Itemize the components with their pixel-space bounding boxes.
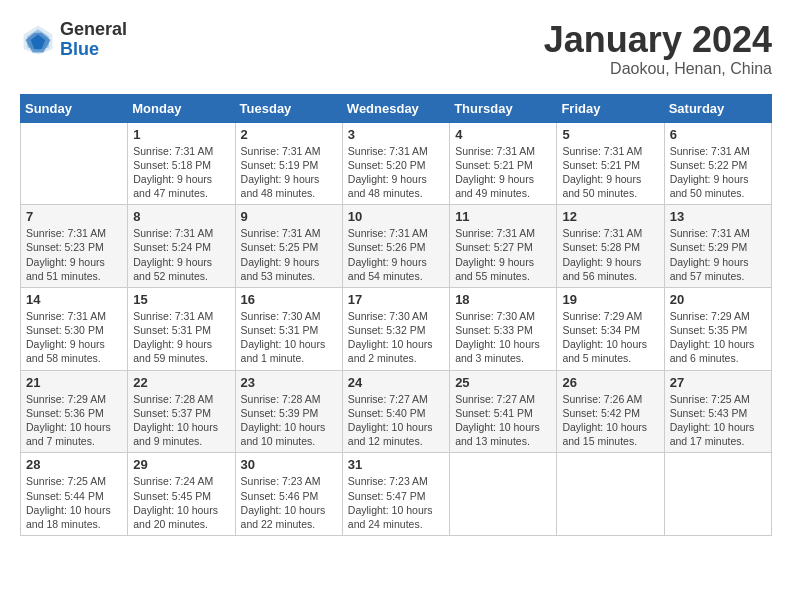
calendar-cell: 20Sunrise: 7:29 AMSunset: 5:35 PMDayligh… [664, 287, 771, 370]
day-info: Sunrise: 7:30 AMSunset: 5:32 PMDaylight:… [348, 309, 444, 366]
calendar-cell: 10Sunrise: 7:31 AMSunset: 5:26 PMDayligh… [342, 205, 449, 288]
calendar-week-row: 7Sunrise: 7:31 AMSunset: 5:23 PMDaylight… [21, 205, 772, 288]
calendar-cell: 2Sunrise: 7:31 AMSunset: 5:19 PMDaylight… [235, 122, 342, 205]
day-number: 12 [562, 209, 658, 224]
day-info: Sunrise: 7:23 AMSunset: 5:47 PMDaylight:… [348, 474, 444, 531]
calendar-week-row: 28Sunrise: 7:25 AMSunset: 5:44 PMDayligh… [21, 453, 772, 536]
calendar-cell [664, 453, 771, 536]
day-info: Sunrise: 7:28 AMSunset: 5:37 PMDaylight:… [133, 392, 229, 449]
location: Daokou, Henan, China [544, 60, 772, 78]
calendar-cell: 14Sunrise: 7:31 AMSunset: 5:30 PMDayligh… [21, 287, 128, 370]
weekday-header: Saturday [664, 94, 771, 122]
calendar-week-row: 14Sunrise: 7:31 AMSunset: 5:30 PMDayligh… [21, 287, 772, 370]
day-number: 11 [455, 209, 551, 224]
weekday-header: Monday [128, 94, 235, 122]
calendar-week-row: 21Sunrise: 7:29 AMSunset: 5:36 PMDayligh… [21, 370, 772, 453]
weekday-header: Friday [557, 94, 664, 122]
calendar-cell: 16Sunrise: 7:30 AMSunset: 5:31 PMDayligh… [235, 287, 342, 370]
weekday-header: Thursday [450, 94, 557, 122]
day-info: Sunrise: 7:31 AMSunset: 5:23 PMDaylight:… [26, 226, 122, 283]
calendar-table: SundayMondayTuesdayWednesdayThursdayFrid… [20, 94, 772, 536]
day-info: Sunrise: 7:31 AMSunset: 5:30 PMDaylight:… [26, 309, 122, 366]
calendar-cell: 17Sunrise: 7:30 AMSunset: 5:32 PMDayligh… [342, 287, 449, 370]
day-number: 6 [670, 127, 766, 142]
calendar-cell: 26Sunrise: 7:26 AMSunset: 5:42 PMDayligh… [557, 370, 664, 453]
day-info: Sunrise: 7:31 AMSunset: 5:24 PMDaylight:… [133, 226, 229, 283]
day-info: Sunrise: 7:31 AMSunset: 5:25 PMDaylight:… [241, 226, 337, 283]
logo-general: General [60, 20, 127, 40]
calendar-cell: 28Sunrise: 7:25 AMSunset: 5:44 PMDayligh… [21, 453, 128, 536]
day-info: Sunrise: 7:31 AMSunset: 5:27 PMDaylight:… [455, 226, 551, 283]
day-number: 28 [26, 457, 122, 472]
day-info: Sunrise: 7:31 AMSunset: 5:21 PMDaylight:… [455, 144, 551, 201]
logo-blue: Blue [60, 40, 127, 60]
calendar-cell: 9Sunrise: 7:31 AMSunset: 5:25 PMDaylight… [235, 205, 342, 288]
day-number: 15 [133, 292, 229, 307]
calendar-cell: 30Sunrise: 7:23 AMSunset: 5:46 PMDayligh… [235, 453, 342, 536]
day-number: 13 [670, 209, 766, 224]
day-number: 18 [455, 292, 551, 307]
calendar-cell: 24Sunrise: 7:27 AMSunset: 5:40 PMDayligh… [342, 370, 449, 453]
day-number: 25 [455, 375, 551, 390]
day-number: 21 [26, 375, 122, 390]
logo-icon [20, 22, 56, 58]
day-number: 3 [348, 127, 444, 142]
day-info: Sunrise: 7:24 AMSunset: 5:45 PMDaylight:… [133, 474, 229, 531]
title-block: January 2024 Daokou, Henan, China [544, 20, 772, 78]
calendar-cell: 1Sunrise: 7:31 AMSunset: 5:18 PMDaylight… [128, 122, 235, 205]
day-number: 8 [133, 209, 229, 224]
day-info: Sunrise: 7:29 AMSunset: 5:34 PMDaylight:… [562, 309, 658, 366]
day-info: Sunrise: 7:25 AMSunset: 5:44 PMDaylight:… [26, 474, 122, 531]
calendar-cell: 4Sunrise: 7:31 AMSunset: 5:21 PMDaylight… [450, 122, 557, 205]
day-info: Sunrise: 7:30 AMSunset: 5:33 PMDaylight:… [455, 309, 551, 366]
day-info: Sunrise: 7:31 AMSunset: 5:20 PMDaylight:… [348, 144, 444, 201]
day-number: 7 [26, 209, 122, 224]
calendar-cell: 25Sunrise: 7:27 AMSunset: 5:41 PMDayligh… [450, 370, 557, 453]
day-number: 19 [562, 292, 658, 307]
calendar-cell: 12Sunrise: 7:31 AMSunset: 5:28 PMDayligh… [557, 205, 664, 288]
logo: General Blue [20, 20, 127, 60]
calendar-cell: 27Sunrise: 7:25 AMSunset: 5:43 PMDayligh… [664, 370, 771, 453]
month-title: January 2024 [544, 20, 772, 60]
calendar-cell: 6Sunrise: 7:31 AMSunset: 5:22 PMDaylight… [664, 122, 771, 205]
day-number: 2 [241, 127, 337, 142]
weekday-header: Sunday [21, 94, 128, 122]
logo-text: General Blue [60, 20, 127, 60]
day-number: 30 [241, 457, 337, 472]
day-info: Sunrise: 7:28 AMSunset: 5:39 PMDaylight:… [241, 392, 337, 449]
day-number: 20 [670, 292, 766, 307]
weekday-header: Wednesday [342, 94, 449, 122]
calendar-week-row: 1Sunrise: 7:31 AMSunset: 5:18 PMDaylight… [21, 122, 772, 205]
day-info: Sunrise: 7:29 AMSunset: 5:36 PMDaylight:… [26, 392, 122, 449]
calendar-cell: 18Sunrise: 7:30 AMSunset: 5:33 PMDayligh… [450, 287, 557, 370]
day-info: Sunrise: 7:23 AMSunset: 5:46 PMDaylight:… [241, 474, 337, 531]
day-info: Sunrise: 7:31 AMSunset: 5:21 PMDaylight:… [562, 144, 658, 201]
calendar-cell: 11Sunrise: 7:31 AMSunset: 5:27 PMDayligh… [450, 205, 557, 288]
day-info: Sunrise: 7:31 AMSunset: 5:18 PMDaylight:… [133, 144, 229, 201]
day-number: 26 [562, 375, 658, 390]
day-info: Sunrise: 7:31 AMSunset: 5:29 PMDaylight:… [670, 226, 766, 283]
day-number: 14 [26, 292, 122, 307]
calendar-cell [450, 453, 557, 536]
day-info: Sunrise: 7:25 AMSunset: 5:43 PMDaylight:… [670, 392, 766, 449]
day-number: 31 [348, 457, 444, 472]
day-number: 24 [348, 375, 444, 390]
day-number: 17 [348, 292, 444, 307]
calendar-cell: 3Sunrise: 7:31 AMSunset: 5:20 PMDaylight… [342, 122, 449, 205]
day-info: Sunrise: 7:27 AMSunset: 5:41 PMDaylight:… [455, 392, 551, 449]
day-number: 5 [562, 127, 658, 142]
day-info: Sunrise: 7:31 AMSunset: 5:26 PMDaylight:… [348, 226, 444, 283]
page-header: General Blue January 2024 Daokou, Henan,… [20, 20, 772, 78]
day-number: 4 [455, 127, 551, 142]
day-number: 22 [133, 375, 229, 390]
calendar-header-row: SundayMondayTuesdayWednesdayThursdayFrid… [21, 94, 772, 122]
day-number: 16 [241, 292, 337, 307]
calendar-cell: 5Sunrise: 7:31 AMSunset: 5:21 PMDaylight… [557, 122, 664, 205]
calendar-cell: 15Sunrise: 7:31 AMSunset: 5:31 PMDayligh… [128, 287, 235, 370]
day-number: 29 [133, 457, 229, 472]
day-info: Sunrise: 7:31 AMSunset: 5:28 PMDaylight:… [562, 226, 658, 283]
calendar-cell: 13Sunrise: 7:31 AMSunset: 5:29 PMDayligh… [664, 205, 771, 288]
day-number: 9 [241, 209, 337, 224]
day-info: Sunrise: 7:27 AMSunset: 5:40 PMDaylight:… [348, 392, 444, 449]
weekday-header: Tuesday [235, 94, 342, 122]
